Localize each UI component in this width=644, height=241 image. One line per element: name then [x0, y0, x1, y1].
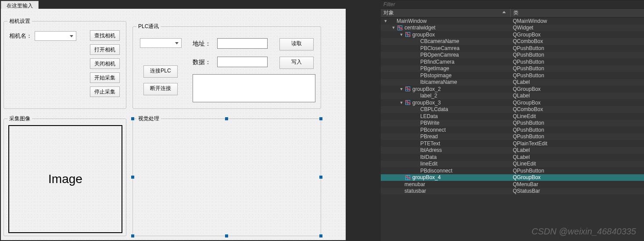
widget-icon	[412, 39, 419, 44]
selection-handle-icon[interactable]	[225, 117, 228, 120]
address-input[interactable]	[217, 38, 268, 49]
class-name-label: QComboBox	[510, 106, 644, 112]
widget-icon	[397, 188, 403, 194]
tree-row[interactable]: PBCloseCamreaQPushButton	[381, 45, 644, 52]
tree-row[interactable]: ▼MainWindowQMainWindow	[381, 18, 644, 25]
tree-row[interactable]: PBconnectQPushButton	[381, 126, 644, 133]
connect-plc-button[interactable]: 连接PLC	[143, 65, 178, 78]
tree-row[interactable]: ▼groupBox_3QGroupBox	[381, 99, 644, 106]
tree-row[interactable]: ▼groupBoxQGroupBox	[381, 31, 644, 38]
open-camera-button[interactable]: 打开相机	[90, 44, 120, 55]
tree-header[interactable]: 对象 类	[381, 9, 644, 18]
widget-icon	[412, 52, 419, 58]
groupbox-camera-title: 相机设置	[7, 18, 32, 25]
tree-row[interactable]: PTETextQPlainTextEdit	[381, 140, 644, 147]
expand-toggle-icon[interactable]: ▼	[399, 87, 404, 91]
tree-row[interactable]: LEDataQLineEdit	[381, 113, 644, 120]
widget-icon	[412, 127, 419, 133]
tree-row[interactable]: ▼groupBox_2QGroupBox	[381, 86, 644, 93]
tree-row[interactable]: label_2QLabel	[381, 93, 644, 100]
object-name-label: lblData	[420, 154, 436, 160]
image-placeholder-text: Image	[48, 172, 82, 186]
groupbox-plc[interactable]: PLC通讯 连接PLC 断开连接 地址： 数据： 读取 写入	[132, 26, 321, 109]
groupbox-image[interactable]: 采集图像 Image	[4, 119, 126, 236]
data-label: 数据：	[193, 58, 211, 66]
tree-row[interactable]: lineEditQLineEdit	[381, 161, 644, 168]
tree-row[interactable]: PBfindCameraQPushButton	[381, 58, 644, 65]
data-input[interactable]	[217, 57, 268, 67]
tree-row[interactable]: groupBox_4QGroupBox	[381, 174, 644, 181]
class-name-label: QPushButton	[510, 168, 644, 174]
stop-capture-button[interactable]: 停止采集	[90, 86, 120, 97]
tree-row[interactable]: ▼centralwidgetQWidget	[381, 25, 644, 32]
expand-toggle-icon[interactable]: ▼	[383, 19, 388, 23]
tree-row[interactable]: PBWriteQPushButton	[381, 120, 644, 127]
object-name-label: PBOpenCamrea	[420, 52, 459, 58]
plc-combo[interactable]	[140, 38, 182, 48]
object-name-label: lineEdit	[420, 161, 437, 167]
widget-icon	[397, 182, 403, 187]
filter-input[interactable]	[381, 0, 644, 9]
class-name-label: QMainWindow	[510, 18, 644, 24]
read-button[interactable]: 读取	[279, 38, 314, 50]
close-camera-button[interactable]: 关闭相机	[90, 58, 120, 69]
class-name-label: QPushButton	[510, 59, 644, 65]
column-object[interactable]: 对象	[381, 9, 510, 17]
tree-row[interactable]: PBstopimageQPushButton	[381, 72, 644, 79]
object-name-label: PBconnect	[420, 127, 446, 133]
selection-handle-icon[interactable]	[319, 117, 322, 120]
class-name-label: QPushButton	[510, 133, 644, 140]
expand-toggle-icon[interactable]: ▼	[399, 32, 404, 37]
tree-row[interactable]: PBreadQPushButton	[381, 133, 644, 140]
class-name-label: QLineEdit	[510, 161, 644, 167]
tree-row[interactable]: lblAdressQLabel	[381, 147, 644, 154]
object-tree[interactable]: ▼MainWindowQMainWindow▼centralwidgetQWid…	[381, 18, 644, 194]
widget-icon	[412, 73, 419, 78]
tree-row[interactable]: statusbarQStatusBar	[381, 188, 644, 195]
widget-icon	[412, 79, 419, 85]
object-name-label: PBWrite	[420, 120, 440, 126]
tree-row[interactable]: CBcameraNameQComboBox	[381, 38, 644, 45]
broken-layout-icon	[404, 32, 411, 37]
object-name-label: centralwidget	[404, 25, 436, 31]
find-camera-button[interactable]: 查找相机	[90, 30, 120, 41]
object-name-label: groupBox_3	[412, 100, 441, 106]
column-class[interactable]: 类	[510, 9, 644, 17]
object-name-label: lblcameraName	[420, 79, 457, 85]
write-button[interactable]: 写入	[279, 57, 314, 69]
form-canvas[interactable]: 相机设置 相机名： 查找相机 打开相机 关闭相机 开始采集 停止采集 PLC通讯…	[1, 9, 346, 240]
tree-row[interactable]: lblDataQLabel	[381, 154, 644, 161]
tree-row[interactable]: lblcameraNameQLabel	[381, 79, 644, 86]
tree-row[interactable]: PBdisconnectQPushButton	[381, 167, 644, 174]
selection-handle-icon[interactable]	[225, 234, 228, 237]
camera-name-label: 相机名：	[9, 32, 32, 40]
selection-handle-icon[interactable]	[319, 176, 322, 179]
object-name-label: MainWindow	[397, 18, 427, 24]
address-label: 地址：	[193, 40, 211, 48]
widget-icon	[412, 134, 419, 139]
selection-handle-icon[interactable]	[131, 234, 134, 237]
sort-arrow-icon	[502, 11, 506, 13]
tree-row[interactable]: PBgetImageQPushButton	[381, 65, 644, 72]
expand-toggle-icon[interactable]: ▼	[391, 25, 396, 30]
broken-layout-icon	[404, 100, 411, 105]
object-name-label: PTEText	[420, 140, 440, 147]
widget-icon	[412, 46, 419, 51]
tree-row[interactable]: CBPLCdataQComboBox	[381, 106, 644, 113]
camera-name-combo[interactable]	[35, 31, 76, 41]
expand-toggle-icon[interactable]: ▼	[399, 101, 404, 105]
selection-handle-icon[interactable]	[131, 176, 134, 179]
groupbox-camera[interactable]: 相机设置 相机名： 查找相机 打开相机 关闭相机 开始采集 停止采集	[4, 21, 126, 109]
form-designer-panel: 在这里输入 相机设置 相机名： 查找相机 打开相机 关闭相机 开始采集 停止采集…	[0, 0, 347, 241]
groupbox-vision[interactable]: 视觉处理	[132, 119, 321, 236]
selection-handle-icon[interactable]	[131, 117, 134, 120]
class-name-label: QWidget	[510, 25, 644, 31]
class-name-label: QPushButton	[510, 72, 644, 79]
start-capture-button[interactable]: 开始采集	[90, 72, 120, 83]
selection-handle-icon[interactable]	[319, 234, 322, 237]
object-name-label: PBgetImage	[420, 65, 449, 72]
tree-row[interactable]: menubarQMenuBar	[381, 181, 644, 188]
tree-row[interactable]: PBOpenCamreaQPushButton	[381, 52, 644, 59]
disconnect-plc-button[interactable]: 断开连接	[143, 83, 178, 95]
plc-text-output[interactable]	[193, 74, 315, 102]
